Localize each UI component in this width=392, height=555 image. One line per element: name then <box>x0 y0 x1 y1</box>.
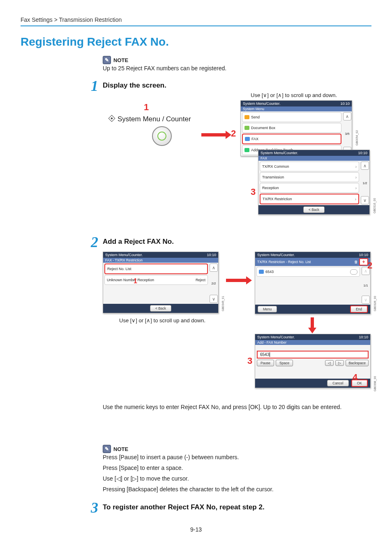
row-reception[interactable]: Reception› <box>260 183 359 193</box>
panel-b-page: 1/2 <box>362 180 367 187</box>
scroll-up[interactable]: ∧ <box>210 264 218 272</box>
scroll-hint-2: Use [∨] or [∧] to scroll up and down. <box>119 317 205 324</box>
scroll-down[interactable]: ∨ <box>362 296 370 304</box>
chevron-right-icon: › <box>355 197 356 201</box>
panel-2b-time: 10:10 <box>359 253 368 257</box>
note-icon: ✎ <box>103 445 111 453</box>
panel-2b-title: System Menu/Counter. <box>257 253 295 257</box>
chevron-right-icon: › <box>355 186 357 190</box>
panel-restriction[interactable]: System Menu/Counter.10:10 FAX - TX/RX Re… <box>103 252 219 313</box>
chevron-right-icon: › <box>355 175 357 180</box>
callout-2-1: 1 <box>134 278 137 285</box>
panel-2b-ref: GB0326_00 <box>374 296 376 311</box>
space-button[interactable]: Space <box>276 360 293 366</box>
panel-2a-time: 10:10 <box>207 253 216 257</box>
panel-2a-sub: FAX - TX/RX Restriction <box>103 258 218 263</box>
panel-2c-time: 10:10 <box>359 335 368 339</box>
pause-button[interactable]: Pause <box>257 360 274 366</box>
panel-a-sub: System Menu <box>241 106 352 111</box>
page-title: Registering Reject FAX No. <box>21 35 371 49</box>
row-transmission[interactable]: Transmission› <box>260 172 359 182</box>
panel-b-time: 10:10 <box>358 151 367 155</box>
reject-val: Reject <box>196 278 205 282</box>
send-icon <box>244 115 249 119</box>
step-2-title: Add a Reject FAX No. <box>103 238 174 246</box>
backspace-button[interactable]: Backspace <box>346 360 369 366</box>
fax-number-input[interactable]: 6543 <box>257 351 369 358</box>
note-line-1: Press [Pause] to insert a pause (-) betw… <box>103 454 371 460</box>
step-3-title: To register another Reject FAX No, repea… <box>103 503 265 511</box>
menu-button[interactable]: Menu <box>258 306 277 312</box>
step-3-number: 3 <box>86 502 103 514</box>
step-1-screens: Use [∨] or [∧] to scroll up and down. 1 … <box>103 92 371 232</box>
note-line-3: Use [◁] or [▷] to move the cursor. <box>103 475 371 482</box>
fax-icon <box>259 270 264 274</box>
panel-2a-title: System Menu/Counter. <box>105 253 143 257</box>
cursor-right-button[interactable]: ▷ <box>335 360 344 366</box>
panel-2a-ref: GB0345_01 <box>221 296 224 311</box>
arrow-right-1 <box>201 133 226 136</box>
callout-1-1: 1 <box>144 102 149 113</box>
panel-2c-ref: GB0398_00 <box>374 376 376 391</box>
scroll-hint-1: Use [∨] or [∧] to scroll up and down. <box>251 92 337 98</box>
row-send[interactable]: Send <box>242 112 341 122</box>
row-txrx-common[interactable]: TX/RX Common› <box>260 162 359 171</box>
panel-a-time: 10:10 <box>340 102 350 106</box>
row-reject-entry[interactable]: 6543 <box>256 267 360 277</box>
header-rule <box>21 25 371 26</box>
step-2-number: 2 <box>86 236 103 248</box>
panel-reject-list[interactable]: System Menu/Counter.10:10 TX/RX Restrict… <box>255 252 371 314</box>
docbox-icon <box>244 126 249 130</box>
panel-2b-sub: TX/RX Restriction - Reject No. List <box>257 260 311 264</box>
panel-b-sub: FAX <box>258 156 369 161</box>
step-1-title: Display the screen. <box>103 81 166 90</box>
top-note-text: Up to 25 Reject FAX numbers can be regis… <box>103 65 371 72</box>
sysmenu-label: System Menu / Counter <box>109 115 191 123</box>
panel-a-ref: GB0054_02 <box>355 130 358 146</box>
panel-2b-page: 1/1 <box>363 282 368 289</box>
toggle-icon[interactable] <box>350 269 357 275</box>
note-line-2: Press [Space] to enter a space. <box>103 465 371 471</box>
chevron-right-icon: › <box>355 164 357 169</box>
panel-2c-sub: Add - FAX Number <box>255 340 370 345</box>
trash-icon[interactable]: 🗑 <box>354 260 358 264</box>
note-label: NOTE <box>113 446 128 452</box>
scroll-up[interactable]: ∧ <box>361 162 369 170</box>
row-reject-no-list[interactable]: Reject No. List <box>104 264 208 274</box>
step-2-body-text: Use the numeric keys to enter Reject FAX… <box>103 404 341 410</box>
row-docbox[interactable]: Document Box <box>242 123 341 133</box>
sysmenu-icon <box>108 115 115 122</box>
back-button[interactable]: < Back <box>150 305 171 312</box>
fax-icon <box>245 137 250 141</box>
panel-fax-menu[interactable]: System Menu/Counter.10:10 FAX TX/RX Comm… <box>258 150 370 215</box>
panel-a-title: System Menu/Counter. <box>243 102 281 106</box>
panel-sysmenu-counter[interactable]: System Menu/Counter.10:10 System Menu Se… <box>240 100 352 156</box>
breadcrumb: Fax Settings > Transmission Restriction <box>21 16 371 25</box>
top-note: ✎ NOTE Up to 25 Reject FAX numbers can b… <box>103 56 371 72</box>
step-2-screens: System Menu/Counter.10:10 FAX - TX/RX Re… <box>103 252 371 441</box>
row-unknown-number[interactable]: Unknown Number Reception 1 Reject <box>104 275 208 285</box>
hw-button[interactable] <box>152 126 172 146</box>
callout-1-3: 3 <box>251 187 256 197</box>
panel-b-title: System Menu/Counter. <box>261 151 298 155</box>
addr-icon <box>244 148 249 152</box>
row-txrx-restriction[interactable]: TX/RX Restriction› <box>260 194 359 204</box>
note-label: NOTE <box>113 57 128 63</box>
scroll-up[interactable]: ∧ <box>343 112 351 120</box>
row-fax[interactable]: FAX <box>242 134 341 144</box>
cancel-button[interactable]: Cancel <box>327 380 348 386</box>
note-icon: ✎ <box>103 56 111 64</box>
back-button[interactable]: < Back <box>303 206 325 213</box>
panel-b-ref: GB0316_00 <box>373 198 376 213</box>
panel-2c-title: System Menu/Counter. <box>257 335 295 339</box>
step-1-number: 1 <box>86 80 103 92</box>
scroll-down[interactable]: ∨ <box>361 196 369 204</box>
scroll-down[interactable]: ∨ <box>210 295 218 303</box>
add-button[interactable]: + <box>359 258 368 266</box>
cursor-left-button[interactable]: ◁ <box>325 360 334 366</box>
end-button[interactable]: End <box>350 305 368 313</box>
callout-1-2: 2 <box>231 128 236 139</box>
panel-a-page: 3/5 <box>345 130 349 137</box>
page-footer: 9-13 <box>21 526 371 533</box>
arrow-right-2 <box>226 279 247 282</box>
